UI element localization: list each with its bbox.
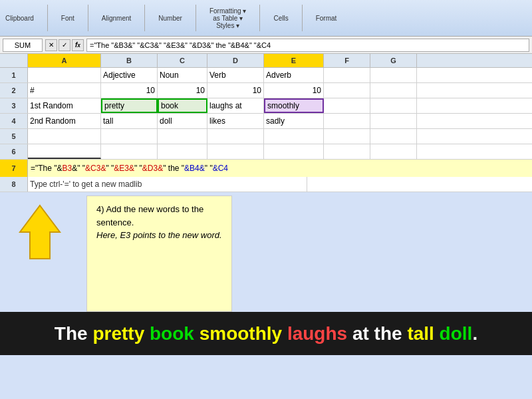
clipboard-label: Clipboard <box>5 15 34 22</box>
cell-a5[interactable] <box>28 129 101 144</box>
confirm-btn[interactable]: ✓ <box>59 39 70 51</box>
cell-e1[interactable]: Adverb <box>264 68 324 82</box>
cell-c6[interactable] <box>158 144 207 159</box>
formula-input[interactable]: ="The "&B3&" "&C3&" "&E3&" "&D3&" the "&… <box>86 39 529 52</box>
column-headers: A B C D E F G <box>0 54 532 68</box>
cell-d5[interactable] <box>207 129 264 144</box>
function-btn[interactable]: fx <box>72 39 84 51</box>
col-header-a[interactable]: A <box>28 54 101 67</box>
row-num-4: 4 <box>0 114 28 128</box>
row-4: 4 2nd Random tall doll likes sadly <box>0 114 532 129</box>
cell-formula-7[interactable]: ="The "&B3&" "&C3&" "&E3&" "&D3&" the "&… <box>28 160 532 177</box>
formula-part-2: &" " <box>72 164 85 173</box>
row-2: 2 # 10 10 10 10 <box>0 83 532 98</box>
cell-b1[interactable]: Adjective <box>101 68 158 82</box>
cell-b3[interactable]: pretty <box>101 98 158 113</box>
cell-f6[interactable] <box>324 144 370 159</box>
cell-f3[interactable] <box>324 98 370 113</box>
toolbar: Clipboard Font Alignment Number Formatti… <box>0 0 532 37</box>
tooltip-box: 4) Add the new words to the sentence. He… <box>86 196 232 312</box>
cell-c4[interactable]: doll <box>158 114 207 128</box>
col-header-f[interactable]: F <box>324 54 370 67</box>
formula-part-b3: B3 <box>63 164 72 173</box>
tooltip-line3: Here, E3 points to the new word. <box>96 230 222 240</box>
col-header-e[interactable]: E <box>264 54 324 67</box>
formula-buttons: ✕ ✓ fx <box>45 39 84 51</box>
col-header-b[interactable]: B <box>101 54 158 67</box>
row-7: 7 ="The "&B3&" "&C3&" "&E3&" "&D3&" the … <box>0 160 532 177</box>
formula-part-1: ="The "& <box>31 164 63 173</box>
cell-f4[interactable] <box>324 114 370 128</box>
cell-c3[interactable]: book <box>158 98 207 113</box>
row-3: 3 1st Random pretty book laughs at smoot… <box>0 98 532 114</box>
cell-g4[interactable] <box>370 114 417 128</box>
word-at: at <box>352 323 374 344</box>
cell-d1[interactable]: Verb <box>207 68 264 82</box>
cell-a1[interactable] <box>28 68 101 82</box>
cell-g6[interactable] <box>370 144 417 159</box>
col-header-g[interactable]: G <box>370 54 417 67</box>
cell-g1[interactable] <box>370 68 417 82</box>
toolbar-cells: Cells <box>273 15 288 22</box>
cell-f2[interactable] <box>324 83 370 98</box>
cell-e6[interactable] <box>264 144 324 159</box>
cell-g2[interactable] <box>370 83 417 98</box>
formula-part-b4: &B4& <box>184 164 205 173</box>
cancel-btn[interactable]: ✕ <box>45 39 57 51</box>
tooltip-line2: sentence. <box>96 217 134 227</box>
row-num-3: 3 <box>0 98 28 113</box>
formula-part-e3: &E3& <box>114 164 134 173</box>
formula-part-c4: &C4 <box>213 164 228 173</box>
cell-a3[interactable]: 1st Random <box>28 98 101 113</box>
name-box[interactable]: SUM <box>3 39 43 52</box>
col-header-d[interactable]: D <box>207 54 264 67</box>
cell-e4[interactable]: sadly <box>264 114 324 128</box>
row-num-2: 2 <box>0 83 28 98</box>
tooltip-line1: 4) Add the new words to the <box>96 204 203 214</box>
spreadsheet: A B C D E F G 1 Adjective Noun Verb Adve… <box>0 54 532 192</box>
toolbar-font: Font <box>61 15 74 22</box>
cell-d6[interactable] <box>207 144 264 159</box>
cell-a4[interactable]: 2nd Random <box>28 114 101 128</box>
toolbar-number: Number <box>158 15 182 22</box>
cell-a6[interactable] <box>28 144 101 159</box>
alignment-label: Alignment <box>102 15 131 22</box>
cell-e2[interactable]: 10 <box>264 83 324 98</box>
cell-e3[interactable]: smoothly <box>264 98 324 113</box>
cell-c1[interactable]: Noun <box>158 68 207 82</box>
formula-part-6: " " <box>205 164 213 173</box>
toolbar-alignment: Alignment <box>102 15 131 22</box>
cell-a2[interactable]: # <box>28 83 101 98</box>
word-smoothly: smoothly <box>200 323 287 344</box>
cell-e5[interactable] <box>264 129 324 144</box>
cell-g5[interactable] <box>370 129 417 144</box>
formula-part-5: " the " <box>163 164 184 173</box>
number-label: Number <box>158 15 182 22</box>
cell-d3[interactable]: laughs at <box>207 98 264 113</box>
formula-part-3: " " <box>106 164 114 173</box>
row-8: 8 Type ctrl-'=' to get a new madlib <box>0 177 532 192</box>
font-label: Font <box>61 15 74 22</box>
cell-d4[interactable]: likes <box>207 114 264 128</box>
bottom-sentence-bar: The pretty book smoothly laughs at the t… <box>0 312 532 355</box>
col-header-c[interactable]: C <box>158 54 207 67</box>
toolbar-clipboard: Clipboard <box>5 15 34 22</box>
cell-c2[interactable]: 10 <box>158 83 207 98</box>
header-spacer <box>0 54 28 67</box>
cell-b5[interactable] <box>101 129 158 144</box>
row-num-6: 6 <box>0 144 28 159</box>
cell-b2[interactable]: 10 <box>101 83 158 98</box>
formula-part-c3: &C3& <box>85 164 106 173</box>
cell-f1[interactable] <box>324 68 370 82</box>
row-6: 6 <box>0 144 532 160</box>
cell-f5[interactable] <box>324 129 370 144</box>
annotation-area: 4) Add the new words to the sentence. He… <box>0 192 532 312</box>
word-laughs: laughs <box>287 323 352 344</box>
cell-b4[interactable]: tall <box>101 114 158 128</box>
toolbar-editing: Format <box>316 15 337 22</box>
cell-a8[interactable]: Type ctrl-'=' to get a new madlib <box>28 177 307 192</box>
cell-g3[interactable] <box>370 98 417 113</box>
cell-d2[interactable]: 10 <box>207 83 264 98</box>
cell-c5[interactable] <box>158 129 207 144</box>
cell-b6[interactable] <box>101 144 158 159</box>
